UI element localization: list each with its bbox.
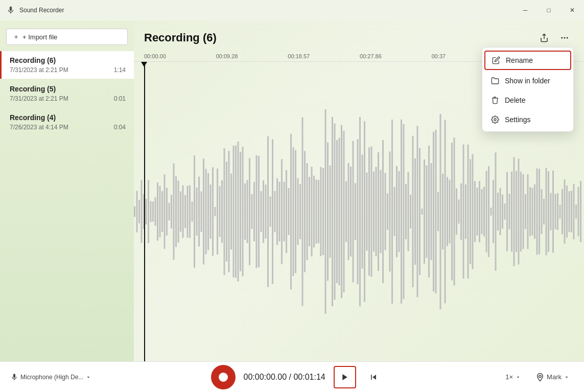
speed-selector[interactable]: 1×	[501, 371, 525, 383]
recording-duration-6: 1:14	[114, 66, 126, 74]
delete-icon	[490, 96, 500, 105]
content-area: Recording (6) 00:00.00 00:09.28 0	[134, 20, 584, 361]
more-options-button[interactable]	[555, 29, 574, 47]
rename-icon	[492, 56, 501, 65]
recording-meta-6: 7/31/2023 at 2:21 PM 1:14	[10, 66, 126, 74]
main-container: ＋ + Import file Recording (6) 7/31/2023 …	[0, 20, 584, 361]
delete-label: Delete	[505, 96, 525, 104]
import-label: + Import file	[22, 33, 57, 41]
recording-meta-5: 7/31/2023 at 2:21 PM 0:01	[10, 95, 126, 102]
timeline-label-1: 00:09.28	[216, 53, 238, 59]
skip-back-button[interactable]	[364, 368, 383, 386]
show-folder-menu-item[interactable]: Show in folder	[482, 71, 573, 90]
svg-point-1	[564, 37, 566, 39]
import-icon: ＋	[13, 32, 19, 41]
bottom-bar: Microphone (High De... 00:00:00.00 / 00:…	[0, 361, 584, 392]
svg-point-3	[494, 119, 496, 121]
recording-date-4: 7/26/2023 at 4:14 PM	[10, 124, 68, 131]
skip-back-icon	[368, 372, 379, 382]
record-button[interactable]	[211, 365, 236, 389]
header-actions	[535, 29, 574, 47]
play-button[interactable]	[334, 366, 356, 388]
location-icon	[535, 373, 545, 382]
recording-duration-4: 0:04	[114, 124, 126, 131]
chevron-down-icon	[85, 374, 91, 380]
bottom-right-controls: 1× Mark	[501, 371, 574, 384]
recording-item-4[interactable]: Recording (4) 7/26/2023 at 4:14 PM 0:04	[0, 108, 134, 136]
play-icon	[341, 373, 349, 381]
mic-icon	[10, 373, 18, 381]
show-folder-label: Show in folder	[505, 77, 550, 85]
microphone-icon	[6, 6, 15, 15]
timeline-label-3: 00:27.86	[360, 53, 382, 59]
title-bar-controls: ─ □ ✕	[513, 0, 584, 20]
rename-menu-item[interactable]: Rename	[484, 51, 571, 70]
svg-marker-4	[342, 374, 347, 380]
microphone-selector[interactable]: Microphone (High De...	[10, 373, 92, 381]
timeline-label-2: 00:18.57	[288, 53, 310, 59]
title-bar: Sound Recorder ─ □ ✕	[0, 0, 584, 20]
share-button[interactable]	[535, 29, 553, 47]
mark-chevron-icon	[564, 374, 570, 380]
delete-menu-item[interactable]: Delete	[482, 90, 573, 110]
svg-point-5	[539, 375, 542, 378]
time-total: 00:01:14	[293, 373, 325, 381]
svg-point-2	[567, 37, 568, 39]
recording-date-6: 7/31/2023 at 2:21 PM	[10, 66, 68, 74]
folder-icon	[490, 76, 500, 85]
import-file-button[interactable]: ＋ + Import file	[6, 29, 128, 45]
settings-label: Settings	[505, 116, 531, 124]
speed-label: 1×	[505, 373, 513, 381]
recording-item-6[interactable]: Recording (6) 7/31/2023 at 2:21 PM 1:14	[0, 51, 134, 79]
mark-label: Mark	[547, 373, 562, 381]
content-header: Recording (6)	[134, 20, 584, 51]
close-button[interactable]: ✕	[560, 0, 584, 20]
context-menu: Rename Show in folder Delete	[482, 47, 574, 132]
playhead-arrow	[141, 62, 147, 67]
title-bar-left: Sound Recorder	[6, 6, 64, 15]
mark-button[interactable]: Mark	[531, 371, 574, 384]
settings-icon	[490, 115, 500, 124]
share-icon	[540, 33, 549, 42]
recording-title-6: Recording (6)	[10, 56, 126, 64]
content-title: Recording (6)	[144, 31, 217, 44]
settings-menu-item[interactable]: Settings	[482, 110, 573, 129]
recording-duration-5: 0:01	[114, 95, 126, 102]
mic-label: Microphone (High De...	[20, 374, 83, 381]
recording-item-5[interactable]: Recording (5) 7/31/2023 at 2:21 PM 0:01	[0, 80, 134, 107]
recording-title-5: Recording (5)	[10, 85, 126, 93]
maximize-button[interactable]: □	[537, 0, 560, 20]
recording-date-5: 7/31/2023 at 2:21 PM	[10, 95, 68, 102]
svg-point-0	[561, 37, 563, 39]
recording-meta-4: 7/26/2023 at 4:14 PM 0:04	[10, 124, 126, 131]
rename-label: Rename	[506, 56, 533, 64]
speed-chevron-icon	[515, 374, 521, 380]
record-inner-dot	[219, 373, 228, 382]
sidebar: ＋ + Import file Recording (6) 7/31/2023 …	[0, 20, 134, 361]
recording-title-4: Recording (4)	[10, 113, 126, 122]
time-display: 00:00:00.00 / 00:01:14	[244, 373, 325, 382]
more-icon	[560, 33, 569, 42]
app-title: Sound Recorder	[19, 7, 64, 14]
minimize-button[interactable]: ─	[513, 0, 537, 20]
bottom-center-controls: 00:00:00.00 / 00:01:14	[100, 365, 493, 389]
timeline-label-4: 00:37	[432, 53, 446, 59]
timeline-label-0: 00:00.00	[144, 53, 166, 59]
playhead	[144, 62, 145, 361]
time-current: 00:00:00.00	[244, 373, 287, 381]
